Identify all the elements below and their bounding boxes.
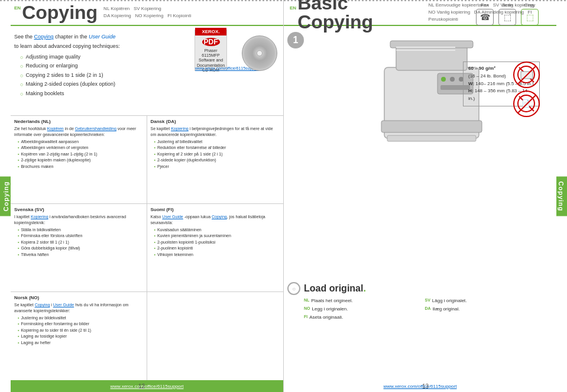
- lang-bullets-fi: Kuvalsadun säätäminen Kuvien pienentämin…: [154, 227, 280, 258]
- bullet-text-2: Reducing or enlarging: [25, 61, 77, 70]
- no-symbol-1: [513, 61, 540, 88]
- lang-bullet: Tillverka häften: [18, 252, 143, 258]
- bottom-url-right[interactable]: www.xerox.com/office/6115support: [384, 384, 457, 389]
- content-right: 1: [284, 26, 556, 380]
- fax-icon[interactable]: ☎: [476, 9, 494, 25]
- lang-bullet: Laging av hefter: [18, 340, 143, 346]
- lang-bullet: Kopiëren van 2-zijdig naar 1-zijdig (2 i…: [18, 151, 143, 158]
- lang-text-no: Legg i originalen.: [312, 306, 348, 313]
- svg-rect-10: [396, 47, 455, 48]
- load-lang-no: NO Legg i originalen.: [304, 306, 419, 313]
- lang-section-empty: [147, 292, 284, 380]
- bullet-icon-1: ○: [20, 53, 23, 61]
- lang-section-fi: Suomi (FI) Katso User Guide -oppaan luku…: [147, 204, 284, 292]
- load-title-row: ○ Load original.: [287, 282, 540, 295]
- fax-item: Fax ☎: [476, 2, 494, 25]
- bullet-item-5: ○ Making booklets: [20, 89, 280, 98]
- left-header: EN Copying NL Kopiëren SV Kopiering DA K…: [11, 0, 283, 26]
- scan-item: Scan ⬚: [498, 2, 516, 25]
- lang-bullet: Brochures maken: [18, 164, 143, 170]
- no-symbol-2: 📄: [513, 90, 540, 117]
- lang-code-da: DA: [425, 306, 431, 313]
- lang-bullet: 2-puolisten kopiointi 1-puolisiksi: [154, 239, 280, 246]
- lang-section-sv: Svenska (SV) I kapitlet Kopiering i anvä…: [11, 204, 147, 292]
- lang-bullet: Afbeeldingen verkleinen of vergroten: [18, 145, 143, 151]
- svg-rect-9: [387, 135, 476, 141]
- lang-bullet: Kuvien pienentäminen ja suurentaminen: [154, 233, 280, 239]
- page-num-right: 13: [422, 383, 429, 390]
- lang-list-left: NL Kopiëren SV Kopiering DA Kopiering NO…: [103, 5, 191, 20]
- lang-text-sv: Lägg i originalet.: [432, 297, 467, 304]
- lang-intro-sv: I kapitlet Kopiering i användarhandboken…: [14, 214, 143, 226]
- lang-item: NL Kopiëren SV Kopiering: [103, 5, 191, 12]
- bullet-icon-5: ○: [20, 90, 23, 98]
- lang-title-nl: Nederlands (NL): [14, 119, 143, 124]
- lang-title-da: Dansk (DA): [151, 119, 280, 124]
- lang-bullet: Förminska eller förstora utskriften: [18, 233, 143, 239]
- lang-code-sv: SV: [425, 297, 430, 304]
- no-symbols-area: 📄: [513, 61, 540, 117]
- lang-code-no: NO: [304, 306, 310, 313]
- lang-bullets-nl: Afbeeldingskwaliteit aanpassen Afbeeldin…: [18, 139, 143, 170]
- lang-code-nl: NL: [304, 297, 309, 304]
- lang-title-no: Norsk (NO): [14, 295, 143, 300]
- copying-link[interactable]: Copying: [34, 34, 54, 40]
- bullet-item-2: ○ Reducing or enlarging: [20, 61, 280, 70]
- scan-icon[interactable]: ⬚: [498, 9, 516, 25]
- svg-rect-3: [381, 121, 482, 132]
- bullet-icon-3: ○: [20, 72, 23, 80]
- scan-label: Scan: [502, 2, 513, 8]
- lang-intro-fi: Katso User Guide -oppaan lukua Copying, …: [151, 214, 280, 226]
- lang-bullet: Laging av tosidige kopier: [18, 333, 143, 340]
- user-guide-link[interactable]: User Guide: [89, 34, 116, 40]
- lang-bullets-da: Justering af billedkvalitet Reduktion el…: [154, 139, 280, 170]
- fax-label: Fax: [481, 2, 488, 8]
- lang-intro-da: Se kapitlet Kopiering i betjeningsvejled…: [151, 126, 280, 138]
- svg-text:📄: 📄: [521, 99, 530, 108]
- lang-bullets-no: Justering av bildekvalitet Forminsking e…: [18, 315, 143, 346]
- lang-intro-no: Se kapitlet Copying i User Guide hvis du…: [14, 302, 143, 314]
- bullet-item-3: ○ Copying 2 sides to 1 side (2 in 1): [20, 71, 280, 80]
- copy-label: Copy: [524, 2, 536, 8]
- lang-bullet: Ställa in bildkvaliteten: [18, 227, 143, 234]
- bullet-item-1: ○ Adjusting image quality: [20, 53, 280, 61]
- bottom-url-left[interactable]: www.xerox.com/office/6115support: [111, 384, 184, 389]
- lang-code-fi: FI: [304, 314, 307, 321]
- right-page: Copying EN Basic Copying NL Eenvoudige k…: [284, 0, 567, 392]
- load-lang-fi: FI Aseta originaali.: [304, 314, 419, 321]
- intro-section: See the Copying chapter in the User Guid…: [14, 33, 280, 50]
- load-step-circle: ○: [287, 282, 300, 295]
- lang-bullet: Forminsking eller forstørring av bilder: [18, 321, 143, 328]
- svg-point-6: [450, 77, 455, 82]
- lang-title-fi: Suomi (FI): [151, 207, 280, 212]
- copy-item: Copy ⬚: [521, 2, 539, 25]
- lang-bullet: Kopiering af 2 sider på 1 side (2 i 1): [154, 151, 280, 158]
- right-header: EN Basic Copying NL Eenvoudige kopieerta…: [284, 0, 556, 26]
- lang-intro-nl: Zie het hoofdstuk Kopiëren in de Gebruik…: [14, 126, 143, 138]
- bullet-text-4: Making 2-sided copies (duplex option): [25, 80, 115, 88]
- bullet-list: ○ Adjusting image quality ○ Reducing or …: [20, 53, 280, 98]
- lang-bullet: 2-puolinen kopiointi: [154, 245, 280, 252]
- lang-grid-left: Nederlands (NL) Zie het hoofdstuk Kopiër…: [11, 115, 283, 380]
- load-lang-sv: SV Lägg i originalet.: [425, 297, 540, 304]
- bullet-text-3: Copying 2 sides to 1 side (2 in 1): [25, 71, 103, 79]
- en-label-left: EN: [14, 5, 21, 11]
- lang-bullet: 2-zijdige kopieën maken (duplexoptie): [18, 157, 143, 164]
- lang-bullet: Kopiera 2 sidor till 1 (2 i 1): [18, 239, 143, 246]
- lang-bullet: Afbeeldingskwaliteit aanpassen: [18, 139, 143, 145]
- svg-rect-11: [396, 50, 455, 51]
- bullet-icon-2: ○: [20, 62, 23, 70]
- copy-icon[interactable]: ⬚: [521, 9, 539, 25]
- lang-text-nl: Plaats het origineel.: [311, 297, 352, 304]
- step1-circle: 1: [287, 32, 304, 48]
- fax-scan-copy-bar: Fax ☎ Scan ⬚ Copy ⬚: [476, 2, 539, 25]
- lang-section-nl: Nederlands (NL) Zie het hoofdstuk Kopiër…: [11, 116, 147, 204]
- lang-text-da: Ilæg original.: [433, 306, 460, 313]
- lang-bullet: 2-sidede kopier (duplexfunktion): [154, 157, 280, 164]
- bullet-item-4: ○ Making 2-sided copies (duplex option): [20, 80, 280, 89]
- load-lang-nl: NL Plaats het origineel.: [304, 297, 419, 304]
- en-label-right: EN: [290, 5, 296, 11]
- bullet-text-1: Adjusting image quality: [25, 53, 80, 61]
- lang-section-no: Norsk (NO) Se kapitlet Copying i User Gu…: [11, 292, 147, 380]
- lang-bullet: Vihkojen tekeminen: [154, 252, 280, 258]
